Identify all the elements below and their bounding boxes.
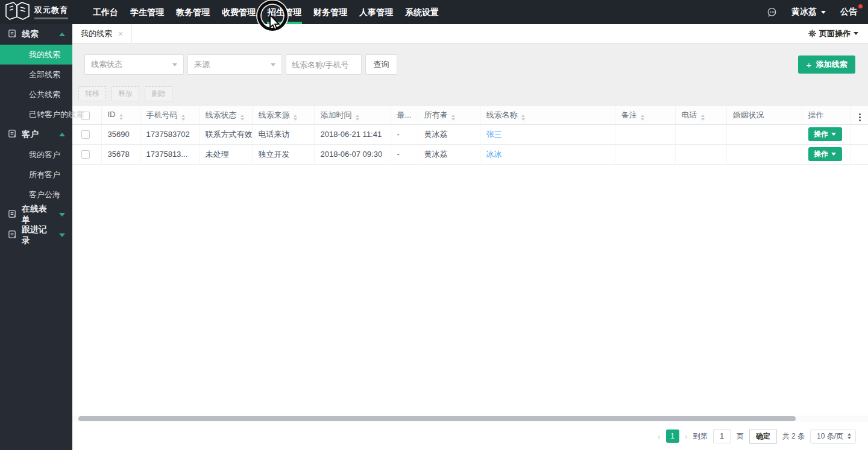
tab-my-leads[interactable]: 我的线索 × xyxy=(72,24,132,43)
records-icon xyxy=(8,230,17,241)
chevron-down-icon xyxy=(821,11,826,14)
lead-name-link[interactable]: 冰冰 xyxy=(486,150,502,159)
sort-icon[interactable] xyxy=(701,115,705,121)
goto-prefix: 到第 xyxy=(693,431,708,442)
sort-icon[interactable] xyxy=(241,115,244,121)
nav-item-students[interactable]: 学生管理 xyxy=(124,0,170,24)
sidebar-group-label: 在线表单 xyxy=(22,204,54,226)
col-added-time[interactable]: 添加时间 xyxy=(314,106,391,124)
horizontal-scrollbar xyxy=(72,416,868,422)
sidebar-item-customer-pool[interactable]: 客户公海 xyxy=(0,185,72,204)
sort-icon[interactable] xyxy=(119,114,123,120)
sidebar-group-label: 线索 xyxy=(22,29,39,40)
main-content: 我的线索 × 页面操作 线索状态 xyxy=(72,24,868,450)
page-size-select[interactable]: 10 条/页 xyxy=(810,429,856,444)
message-icon[interactable] xyxy=(767,7,777,17)
row-action-button[interactable]: 操作 xyxy=(808,147,842,161)
sort-icon[interactable] xyxy=(181,115,185,121)
cell-marital xyxy=(726,144,802,164)
sidebar-item-my-customers[interactable]: 我的客户 xyxy=(0,145,72,165)
cell-owner: 黄冰荔 xyxy=(418,124,480,144)
top-nav-menu: 工作台 学生管理 教务管理 收费管理 招生管理 财务管理 人事管理 系统设置 xyxy=(87,0,445,24)
col-phone[interactable]: 手机号码 xyxy=(140,106,199,124)
forms-icon xyxy=(8,209,17,220)
nav-item-hr[interactable]: 人事管理 xyxy=(353,0,399,24)
username: 黄冰荔 xyxy=(791,7,817,17)
scrollbar-thumb[interactable] xyxy=(78,416,796,421)
delete-button[interactable]: 删除 xyxy=(145,86,172,101)
sort-icon[interactable] xyxy=(521,115,525,121)
col-marital: 婚姻状况 xyxy=(726,106,802,124)
goto-confirm-button[interactable]: 确定 xyxy=(749,429,777,444)
user-menu[interactable]: 黄冰荔 xyxy=(791,7,826,17)
lead-source-select[interactable]: 来源 xyxy=(187,54,282,75)
lead-name-link[interactable]: 张三 xyxy=(486,130,502,139)
prev-page-icon[interactable]: ‹ xyxy=(658,432,661,441)
cell-latest: - xyxy=(391,144,418,164)
logo: 双元教育 xyxy=(0,1,84,23)
sidebar-item-my-leads[interactable]: 我的线索 xyxy=(0,45,72,65)
sidebar-group-leads[interactable]: 线索 xyxy=(0,24,72,45)
col-action: 操作 xyxy=(802,106,850,124)
page-size-label: 10 条/页 xyxy=(817,431,843,442)
add-lead-label: 添加线索 xyxy=(816,59,847,70)
col-remark[interactable]: 备注 xyxy=(615,106,675,124)
page-number-button[interactable]: 1 xyxy=(666,429,679,443)
col-status[interactable]: 线索状态 xyxy=(199,106,252,124)
cell-source: 独立开发 xyxy=(252,144,314,164)
transfer-button[interactable]: 转移 xyxy=(78,86,106,101)
select-placeholder: 来源 xyxy=(194,59,210,70)
announcement-link[interactable]: 公告 xyxy=(840,7,857,17)
cell-telephone xyxy=(675,124,726,144)
column-settings-icon[interactable] xyxy=(857,112,863,122)
keyword-input[interactable] xyxy=(286,54,362,75)
close-icon[interactable]: × xyxy=(118,30,123,38)
nav-item-fees[interactable]: 收费管理 xyxy=(216,0,262,24)
col-id[interactable]: ID xyxy=(101,106,140,124)
next-page-icon[interactable]: › xyxy=(685,432,688,441)
page-actions-label: 页面操作 xyxy=(819,28,851,39)
sidebar-group-follow-up[interactable]: 跟进记录 xyxy=(0,225,72,246)
release-button[interactable]: 释放 xyxy=(112,86,139,101)
cell-telephone xyxy=(675,144,726,164)
col-lead-name[interactable]: 线索名称 xyxy=(480,106,615,124)
goto-page-input[interactable] xyxy=(713,429,731,443)
nav-item-settings[interactable]: 系统设置 xyxy=(399,0,445,24)
chevron-down-icon xyxy=(172,63,177,66)
spinner-icon xyxy=(848,433,851,439)
page-actions-button[interactable]: 页面操作 xyxy=(808,28,868,39)
table-row: 35678 17375813... 未处理 独立开发 2018-06-07 09… xyxy=(72,144,868,164)
cell-remark xyxy=(615,144,675,164)
row-checkbox[interactable] xyxy=(81,130,90,139)
announcement-label: 公告 xyxy=(840,7,857,16)
col-telephone[interactable]: 电话 xyxy=(675,106,726,124)
sort-icon[interactable] xyxy=(356,115,359,121)
sidebar-item-all-customers[interactable]: 所有客户 xyxy=(0,165,72,185)
customers-icon xyxy=(8,129,17,140)
sidebar-item-converted-leads[interactable]: 已转客户的线索 xyxy=(0,104,72,124)
sort-icon[interactable] xyxy=(641,115,644,121)
col-source[interactable]: 线索来源 xyxy=(252,106,314,124)
row-checkbox[interactable] xyxy=(81,150,90,159)
sidebar-item-public-leads[interactable]: 公共线索 xyxy=(0,84,72,104)
sidebar-item-all-leads[interactable]: 全部线索 xyxy=(0,65,72,84)
cell-latest: - xyxy=(391,124,418,144)
sort-icon[interactable] xyxy=(451,115,455,121)
nav-item-academics[interactable]: 教务管理 xyxy=(170,0,216,24)
sidebar-group-customers[interactable]: 客户 xyxy=(0,124,72,145)
lead-status-select[interactable]: 线索状态 xyxy=(84,54,184,75)
col-owner[interactable]: 所有者 xyxy=(418,106,480,124)
nav-item-workbench[interactable]: 工作台 xyxy=(87,0,124,24)
add-lead-button[interactable]: + 添加线索 xyxy=(798,55,855,74)
col-latest: 最... xyxy=(391,106,418,124)
sidebar-group-online-forms[interactable]: 在线表单 xyxy=(0,204,72,225)
nav-item-finance[interactable]: 财务管理 xyxy=(307,0,353,24)
total-count: 共 2 条 xyxy=(782,431,805,442)
sort-icon[interactable] xyxy=(294,115,297,121)
row-action-button[interactable]: 操作 xyxy=(808,127,842,141)
cell-source: 电话来访 xyxy=(252,124,314,144)
logo-mark-icon xyxy=(5,1,30,23)
nav-item-admissions[interactable]: 招生管理 xyxy=(262,0,307,24)
top-nav: 双元教育 工作台 学生管理 教务管理 收费管理 招生管理 财务管理 人事管理 系… xyxy=(0,0,868,24)
search-button[interactable]: 查询 xyxy=(365,54,397,75)
